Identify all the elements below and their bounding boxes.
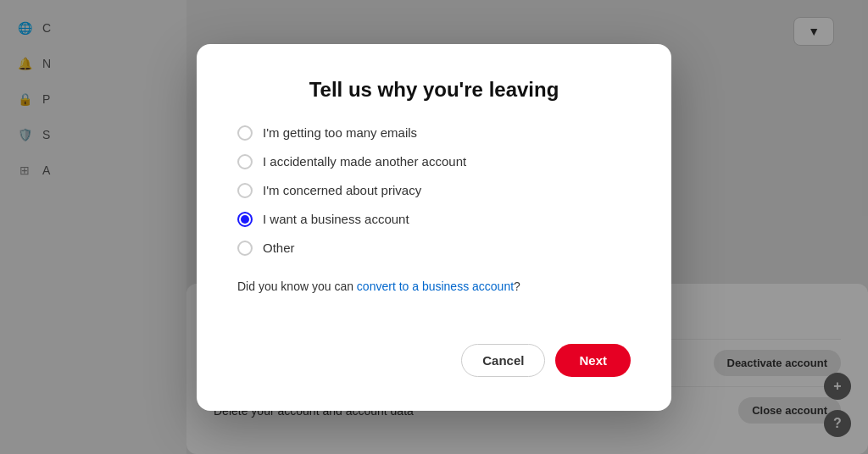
modal-dialog: Tell us why you're leaving I'm getting t… — [197, 44, 671, 411]
modal-buttons: Cancel Next — [237, 344, 631, 377]
radio-another-account[interactable] — [237, 154, 253, 169]
option-label-another-account: I accidentally made another account — [263, 154, 466, 169]
radio-business-account[interactable] — [237, 212, 253, 227]
radio-too-many-emails[interactable] — [237, 125, 253, 141]
next-button[interactable]: Next — [555, 344, 631, 377]
option-label-other: Other — [263, 241, 295, 255]
info-prefix: Did you know you can — [237, 280, 357, 293]
cancel-button[interactable]: Cancel — [461, 344, 545, 377]
option-label-business-account: I want a business account — [263, 212, 409, 226]
radio-privacy[interactable] — [237, 183, 253, 198]
option-label-privacy: I'm concerned about privacy — [263, 183, 421, 197]
option-too-many-emails[interactable]: I'm getting too many emails — [237, 125, 631, 141]
convert-link[interactable]: convert to a business account — [357, 280, 514, 293]
option-another-account[interactable]: I accidentally made another account — [237, 154, 631, 169]
info-text: Did you know you can convert to a busine… — [237, 280, 631, 293]
modal-overlay: Tell us why you're leaving I'm getting t… — [0, 0, 868, 454]
option-label-too-many-emails: I'm getting too many emails — [263, 125, 417, 140]
option-other[interactable]: Other — [237, 241, 631, 256]
option-business-account[interactable]: I want a business account — [237, 212, 631, 227]
info-suffix: ? — [514, 280, 520, 293]
modal-title: Tell us why you're leaving — [237, 78, 631, 102]
radio-other[interactable] — [237, 241, 253, 256]
option-privacy[interactable]: I'm concerned about privacy — [237, 183, 631, 198]
radio-group: I'm getting too many emails I accidental… — [237, 125, 631, 256]
